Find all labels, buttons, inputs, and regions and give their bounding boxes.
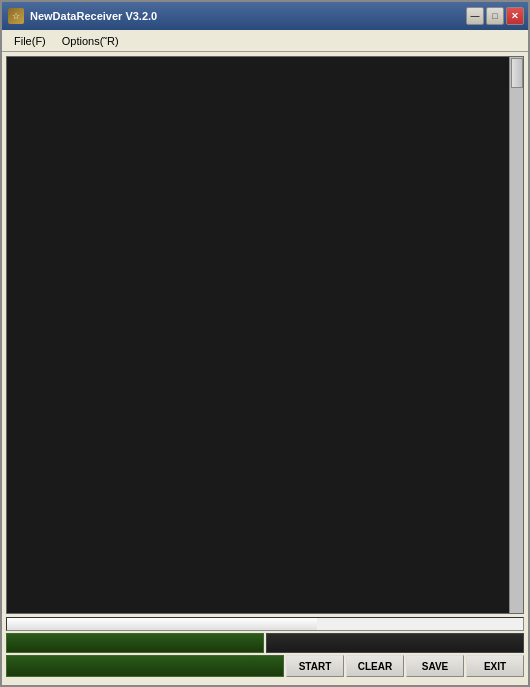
menu-bar: File(F) Options(˜R) <box>2 30 528 52</box>
bottom-area: START CLEAR SAVE EXIT <box>6 617 524 681</box>
bar-row-middle <box>6 633 524 653</box>
bar-dark-right <box>266 633 524 653</box>
menu-file[interactable]: File(F) <box>6 33 54 49</box>
bar-green-left <box>6 633 264 653</box>
text-display-area <box>6 56 524 614</box>
scrollbar-track <box>509 57 523 613</box>
bar-green-bottom <box>6 655 284 677</box>
text-display-content <box>7 57 523 613</box>
buttons-row: START CLEAR SAVE EXIT <box>6 655 524 677</box>
progress-bar-top <box>6 617 524 631</box>
start-button[interactable]: START <box>286 655 344 677</box>
clear-button[interactable]: CLEAR <box>346 655 404 677</box>
exit-button[interactable]: EXIT <box>466 655 524 677</box>
save-button[interactable]: SAVE <box>406 655 464 677</box>
close-button[interactable]: ✕ <box>506 7 524 25</box>
menu-options[interactable]: Options(˜R) <box>54 33 127 49</box>
restore-button[interactable]: □ <box>486 7 504 25</box>
main-window: ☆ NewDataReceiver V3.2.0 — □ ✕ File(F) O… <box>0 0 530 687</box>
progress-fill-top <box>7 618 317 630</box>
title-bar-left: ☆ NewDataReceiver V3.2.0 <box>8 8 157 24</box>
app-icon: ☆ <box>8 8 24 24</box>
main-area: START CLEAR SAVE EXIT <box>2 52 528 685</box>
window-title: NewDataReceiver V3.2.0 <box>30 10 157 22</box>
scrollbar-thumb[interactable] <box>511 58 523 88</box>
minimize-button[interactable]: — <box>466 7 484 25</box>
title-controls: — □ ✕ <box>466 7 524 25</box>
title-bar: ☆ NewDataReceiver V3.2.0 — □ ✕ <box>2 2 528 30</box>
